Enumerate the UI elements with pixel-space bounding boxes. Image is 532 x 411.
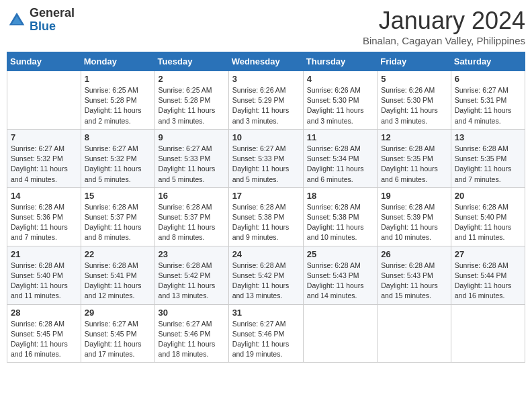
day-info: Sunrise: 6:28 AMSunset: 5:39 PMDaylight:… — [381, 202, 447, 243]
day-number: 1 — [85, 74, 151, 84]
calendar-cell: 31 Sunrise: 6:27 AMSunset: 5:46 PMDaylig… — [228, 304, 303, 363]
weekday-header-sunday: Sunday — [7, 52, 81, 71]
weekday-header-wednesday: Wednesday — [228, 52, 303, 71]
day-info: Sunrise: 6:28 AMSunset: 5:40 PMDaylight:… — [455, 202, 521, 243]
calendar-cell: 5 Sunrise: 6:26 AMSunset: 5:30 PMDayligh… — [378, 71, 451, 130]
calendar-week-row: 7 Sunrise: 6:27 AMSunset: 5:32 PMDayligh… — [7, 129, 525, 187]
day-info: Sunrise: 6:26 AMSunset: 5:29 PMDaylight:… — [232, 85, 300, 126]
day-number: 24 — [232, 249, 300, 259]
day-number: 7 — [11, 132, 77, 142]
day-number: 3 — [232, 74, 300, 84]
day-info: Sunrise: 6:25 AMSunset: 5:28 PMDaylight:… — [85, 85, 151, 126]
calendar-cell: 3 Sunrise: 6:26 AMSunset: 5:29 PMDayligh… — [228, 71, 303, 130]
weekday-header-friday: Friday — [378, 52, 451, 71]
calendar-cell — [7, 71, 81, 130]
calendar-cell: 7 Sunrise: 6:27 AMSunset: 5:32 PMDayligh… — [7, 129, 81, 187]
day-info: Sunrise: 6:25 AMSunset: 5:28 PMDaylight:… — [159, 85, 225, 126]
calendar-cell: 16 Sunrise: 6:28 AMSunset: 5:37 PMDaylig… — [154, 187, 228, 246]
calendar-cell: 18 Sunrise: 6:28 AMSunset: 5:38 PMDaylig… — [303, 187, 377, 246]
day-number: 30 — [159, 308, 225, 318]
title-block: January 2024 Binalan, Cagayan Valley, Ph… — [363, 7, 525, 46]
day-info: Sunrise: 6:27 AMSunset: 5:46 PMDaylight:… — [232, 319, 300, 360]
day-info: Sunrise: 6:27 AMSunset: 5:32 PMDaylight:… — [85, 144, 151, 185]
day-info: Sunrise: 6:28 AMSunset: 5:42 PMDaylight:… — [159, 261, 225, 302]
day-number: 31 — [232, 308, 300, 318]
day-number: 22 — [85, 249, 151, 259]
weekday-header-row: SundayMondayTuesdayWednesdayThursdayFrid… — [7, 52, 525, 71]
day-number: 21 — [11, 249, 77, 259]
calendar-cell: 24 Sunrise: 6:28 AMSunset: 5:42 PMDaylig… — [228, 246, 303, 304]
calendar-cell: 28 Sunrise: 6:28 AMSunset: 5:45 PMDaylig… — [7, 304, 81, 363]
calendar-cell: 22 Sunrise: 6:28 AMSunset: 5:41 PMDaylig… — [81, 246, 154, 304]
calendar-cell: 29 Sunrise: 6:27 AMSunset: 5:45 PMDaylig… — [81, 304, 154, 363]
day-info: Sunrise: 6:27 AMSunset: 5:31 PMDaylight:… — [455, 85, 521, 126]
calendar-cell: 15 Sunrise: 6:28 AMSunset: 5:37 PMDaylig… — [81, 187, 154, 246]
month-title: January 2024 — [363, 7, 525, 35]
weekday-header-saturday: Saturday — [451, 52, 525, 71]
day-number: 27 — [455, 249, 521, 259]
day-number: 4 — [307, 74, 373, 84]
day-info: Sunrise: 6:28 AMSunset: 5:34 PMDaylight:… — [307, 144, 373, 185]
calendar-cell: 13 Sunrise: 6:28 AMSunset: 5:35 PMDaylig… — [451, 129, 525, 187]
day-info: Sunrise: 6:28 AMSunset: 5:43 PMDaylight:… — [381, 261, 447, 302]
day-number: 5 — [381, 74, 447, 84]
day-info: Sunrise: 6:27 AMSunset: 5:45 PMDaylight:… — [85, 319, 151, 360]
calendar-cell: 19 Sunrise: 6:28 AMSunset: 5:39 PMDaylig… — [378, 187, 451, 246]
day-info: Sunrise: 6:28 AMSunset: 5:43 PMDaylight:… — [307, 261, 373, 302]
calendar-cell: 11 Sunrise: 6:28 AMSunset: 5:34 PMDaylig… — [303, 129, 377, 187]
day-number: 23 — [159, 249, 225, 259]
calendar-cell: 4 Sunrise: 6:26 AMSunset: 5:30 PMDayligh… — [303, 71, 377, 130]
day-info: Sunrise: 6:28 AMSunset: 5:38 PMDaylight:… — [307, 202, 373, 243]
day-number: 2 — [159, 74, 225, 84]
calendar-cell — [451, 304, 525, 363]
day-number: 28 — [11, 308, 77, 318]
day-number: 6 — [455, 74, 521, 84]
day-info: Sunrise: 6:28 AMSunset: 5:35 PMDaylight:… — [455, 144, 521, 185]
calendar-cell: 14 Sunrise: 6:28 AMSunset: 5:36 PMDaylig… — [7, 187, 81, 246]
calendar-cell: 20 Sunrise: 6:28 AMSunset: 5:40 PMDaylig… — [451, 187, 525, 246]
day-info: Sunrise: 6:28 AMSunset: 5:42 PMDaylight:… — [232, 261, 300, 302]
weekday-header-tuesday: Tuesday — [154, 52, 228, 71]
logo-blue-text: Blue — [30, 20, 75, 34]
day-info: Sunrise: 6:27 AMSunset: 5:32 PMDaylight:… — [11, 144, 77, 185]
logo-icon — [7, 10, 27, 30]
day-info: Sunrise: 6:27 AMSunset: 5:33 PMDaylight:… — [159, 144, 225, 185]
day-number: 8 — [85, 132, 151, 142]
day-number: 12 — [381, 132, 447, 142]
day-number: 17 — [232, 191, 300, 201]
calendar-week-row: 28 Sunrise: 6:28 AMSunset: 5:45 PMDaylig… — [7, 304, 525, 363]
day-number: 15 — [85, 191, 151, 201]
logo-text: General Blue — [30, 7, 75, 34]
calendar-cell — [303, 304, 377, 363]
day-number: 29 — [85, 308, 151, 318]
calendar-cell: 8 Sunrise: 6:27 AMSunset: 5:32 PMDayligh… — [81, 129, 154, 187]
calendar-cell: 6 Sunrise: 6:27 AMSunset: 5:31 PMDayligh… — [451, 71, 525, 130]
day-info: Sunrise: 6:28 AMSunset: 5:37 PMDaylight:… — [159, 202, 225, 243]
day-info: Sunrise: 6:28 AMSunset: 5:38 PMDaylight:… — [232, 202, 300, 243]
calendar-cell: 26 Sunrise: 6:28 AMSunset: 5:43 PMDaylig… — [378, 246, 451, 304]
calendar-cell: 21 Sunrise: 6:28 AMSunset: 5:40 PMDaylig… — [7, 246, 81, 304]
weekday-header-thursday: Thursday — [303, 52, 377, 71]
day-info: Sunrise: 6:28 AMSunset: 5:45 PMDaylight:… — [11, 319, 77, 360]
calendar-cell: 30 Sunrise: 6:27 AMSunset: 5:46 PMDaylig… — [154, 304, 228, 363]
day-info: Sunrise: 6:26 AMSunset: 5:30 PMDaylight:… — [381, 85, 447, 126]
day-number: 26 — [381, 249, 447, 259]
calendar-cell: 12 Sunrise: 6:28 AMSunset: 5:35 PMDaylig… — [378, 129, 451, 187]
day-info: Sunrise: 6:28 AMSunset: 5:36 PMDaylight:… — [11, 202, 77, 243]
day-info: Sunrise: 6:28 AMSunset: 5:44 PMDaylight:… — [455, 261, 521, 302]
page-header: General Blue January 2024 Binalan, Cagay… — [7, 7, 525, 46]
logo: General Blue — [7, 7, 75, 34]
calendar-cell: 1 Sunrise: 6:25 AMSunset: 5:28 PMDayligh… — [81, 71, 154, 130]
day-number: 16 — [159, 191, 225, 201]
day-number: 20 — [455, 191, 521, 201]
day-info: Sunrise: 6:28 AMSunset: 5:40 PMDaylight:… — [11, 261, 77, 302]
calendar-cell — [378, 304, 451, 363]
calendar-week-row: 21 Sunrise: 6:28 AMSunset: 5:40 PMDaylig… — [7, 246, 525, 304]
day-info: Sunrise: 6:28 AMSunset: 5:35 PMDaylight:… — [381, 144, 447, 185]
day-number: 18 — [307, 191, 373, 201]
calendar-cell: 23 Sunrise: 6:28 AMSunset: 5:42 PMDaylig… — [154, 246, 228, 304]
logo-general-text: General — [30, 7, 75, 20]
calendar-cell: 17 Sunrise: 6:28 AMSunset: 5:38 PMDaylig… — [228, 187, 303, 246]
day-number: 10 — [232, 132, 300, 142]
day-info: Sunrise: 6:28 AMSunset: 5:37 PMDaylight:… — [85, 202, 151, 243]
